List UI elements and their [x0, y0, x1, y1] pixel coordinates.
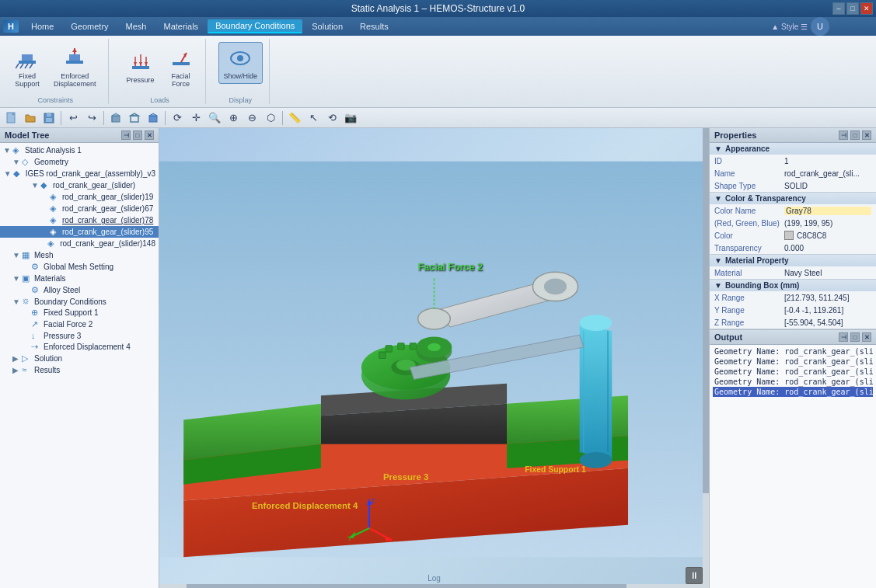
maximize-btn[interactable]: □: [846, 2, 859, 15]
h-scrollbar-thumb[interactable]: [187, 584, 626, 588]
tree-item[interactable]: ◈rod_crank_gear_(slider)78: [0, 214, 159, 226]
output-float[interactable]: □: [850, 332, 860, 342]
prop-close-btn[interactable]: ✕: [862, 130, 871, 140]
tb-reset[interactable]: ⟲: [323, 110, 340, 127]
menu-results[interactable]: Results: [352, 20, 396, 33]
prop-pin-btn[interactable]: ⊣: [839, 130, 848, 140]
menu-home[interactable]: Home: [23, 20, 61, 33]
close-btn[interactable]: ✕: [860, 2, 873, 15]
tree-item[interactable]: ▶▷Solution: [0, 353, 159, 364]
tree-item-label: Fixed Support 1: [44, 308, 99, 317]
enforced-displacement-btn[interactable]: EnforcedDisplacement: [48, 42, 102, 92]
tree-item[interactable]: ▼⛭Boundary Conditions: [0, 296, 159, 307]
material-header[interactable]: ▼Material Property: [710, 255, 876, 266]
tree-item[interactable]: ◈rod_crank_gear_(slider)95: [0, 226, 159, 238]
bbox-header[interactable]: ▼Bounding Box (mm): [710, 280, 876, 291]
app-logo[interactable]: H: [3, 20, 19, 33]
color-header[interactable]: ▼Color & Transparency: [710, 193, 876, 204]
tree-item[interactable]: ⊕Fixed Support 1: [0, 307, 159, 318]
menu-materials[interactable]: Materials: [156, 20, 207, 33]
tree-arrow: ▼: [12, 274, 22, 283]
tree-item-label: Results: [34, 366, 60, 374]
fixed-support-btn[interactable]: FixedSupport: [9, 42, 45, 92]
v-scrollbar-thumb[interactable]: [703, 128, 709, 493]
tree-item[interactable]: ⚙Alloy Steel: [0, 284, 159, 296]
constraints-buttons: FixedSupport EnforcedDisplacement: [9, 39, 102, 95]
prop-xrange-row: X Range [212.793, 511.245]: [710, 291, 876, 304]
tb-wire[interactable]: [126, 110, 143, 127]
tb-new[interactable]: [3, 110, 20, 127]
tree-item[interactable]: ▼▦Mesh: [0, 249, 159, 261]
menu-boundary-conditions[interactable]: Boundary Conditions: [208, 19, 302, 33]
close-panel-btn[interactable]: ✕: [145, 130, 154, 140]
output-pin[interactable]: ⊣: [839, 332, 848, 342]
v-scrollbar[interactable]: [703, 128, 709, 584]
tree-item[interactable]: ⇢Enforced Displacement 4: [0, 341, 159, 353]
float-btn[interactable]: □: [133, 130, 142, 140]
output-line[interactable]: Geometry Name: rod_crank_gear_(slider)19…: [713, 346, 873, 357]
output-line[interactable]: Geometry Name: rod_crank_gear_(slider)14…: [713, 387, 873, 397]
tree-item-icon: ⚙: [31, 262, 42, 272]
tb-rotate[interactable]: ⟳: [169, 110, 186, 127]
tree-item[interactable]: ▼◇Geometry: [0, 156, 159, 168]
pin-btn[interactable]: ⊣: [121, 130, 131, 140]
tb-zoom-out[interactable]: ⊖: [243, 110, 260, 127]
tb-undo[interactable]: ↩: [65, 110, 82, 127]
output-line[interactable]: Geometry Name: rod_crank_gear_(slider)78…: [713, 367, 873, 377]
output-close[interactable]: ✕: [862, 332, 871, 342]
prop-xrange-key: X Range: [714, 294, 784, 302]
prop-float-btn[interactable]: □: [850, 130, 860, 140]
prop-yrange-val: [-0.4 -1, 119.261]: [784, 306, 871, 315]
user-avatar[interactable]: U: [811, 17, 829, 36]
tb-select[interactable]: ↖: [305, 110, 322, 127]
prop-shape-val: SOLID: [784, 182, 871, 190]
tree-item[interactable]: ◈rod_crank_gear_(slider)19: [0, 191, 159, 203]
svg-rect-25: [47, 113, 51, 117]
facial-force-btn[interactable]: FacialForce: [163, 42, 199, 92]
menu-solution[interactable]: Solution: [304, 20, 351, 33]
tb-zoom[interactable]: 🔍: [206, 110, 223, 127]
tree-item[interactable]: ▶≈Results: [0, 364, 159, 375]
tb-redo[interactable]: ↪: [83, 110, 100, 127]
enforced-displacement-label: EnforcedDisplacement: [54, 72, 96, 88]
tb-box[interactable]: [107, 110, 124, 127]
menu-geometry[interactable]: Geometry: [63, 20, 116, 33]
svg-line-3: [20, 64, 23, 68]
window-controls[interactable]: – □ ✕: [832, 2, 873, 15]
prop-color-key: Color: [714, 231, 784, 240]
tb-open[interactable]: [22, 110, 39, 127]
tb-measure[interactable]: 📏: [286, 110, 303, 127]
output-line[interactable]: Geometry Name: rod_crank_gear_(slider)95…: [713, 377, 873, 387]
appearance-header[interactable]: ▼Appearance: [710, 143, 876, 155]
tb-pan[interactable]: ✛: [187, 110, 204, 127]
prop-transparency-row: Transparency 0.000: [710, 242, 876, 254]
tree-item[interactable]: ⚙Global Mesh Setting: [0, 261, 159, 273]
tree-item[interactable]: ▼◆rod_crank_gear_(slider): [0, 179, 159, 191]
svg-text:Y: Y: [347, 534, 352, 542]
tb-save[interactable]: [40, 110, 58, 127]
h-scrollbar[interactable]: [159, 584, 709, 588]
log-tab[interactable]: Log: [428, 574, 441, 583]
tree-item[interactable]: ◈rod_crank_gear_(slider)148: [0, 238, 159, 249]
show-hide-btn[interactable]: Show/Hide: [218, 42, 263, 84]
menu-mesh[interactable]: Mesh: [118, 20, 155, 33]
tree-item-icon: ⛭: [22, 297, 33, 306]
tree-item[interactable]: ↗Facial Force 2: [0, 318, 159, 330]
viewport[interactable]: Facial Force 2 Pressure 3 Enforced Displ…: [159, 128, 709, 588]
tb-zoom-in[interactable]: ⊕: [225, 110, 242, 127]
tree-item-label: Enforced Displacement 4: [44, 343, 131, 351]
tree-item[interactable]: ▼▣Materials: [0, 273, 159, 284]
tree-item[interactable]: ▼◈Static Analysis 1: [0, 144, 159, 156]
color-title: Color & Transparency: [725, 194, 806, 203]
pause-btn[interactable]: ⏸: [686, 567, 703, 584]
tree-item[interactable]: ◈rod_crank_gear_(slider)67: [0, 203, 159, 214]
tree-item[interactable]: ▼◆IGES rod_crank_gear_(assembly)_v3: [0, 168, 159, 179]
tb-fit[interactable]: ⬡: [262, 110, 279, 127]
tb-screenshot[interactable]: 📷: [342, 110, 359, 127]
tb-shade[interactable]: [145, 110, 162, 127]
pressure-btn[interactable]: Pressure: [121, 46, 160, 88]
tree-item[interactable]: ↓Pressure 3: [0, 330, 159, 341]
tree-arrow: ▼: [12, 297, 22, 306]
output-line[interactable]: Geometry Name: rod_crank_gear_(slider)67…: [713, 357, 873, 367]
minimize-btn[interactable]: –: [832, 2, 845, 15]
